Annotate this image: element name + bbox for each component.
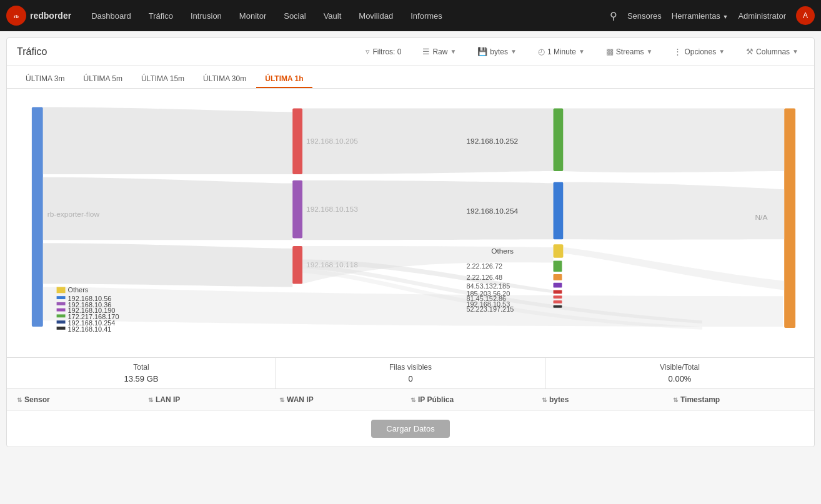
- svg-rect-11: [554, 108, 564, 171]
- svg-rect-31: [554, 305, 562, 308]
- nav-item-movilidad[interactable]: Movilidad: [351, 7, 401, 24]
- nav-item-trafico[interactable]: Tráfico: [141, 7, 181, 24]
- svg-rect-29: [554, 300, 562, 304]
- sort-icon-timestamp: ⇅: [673, 397, 678, 403]
- opciones-label: Opciones: [684, 47, 716, 56]
- nav-right: ⚲ Sensores Herramientas ▼ Administrator …: [610, 6, 815, 25]
- svg-rect-39: [57, 309, 66, 312]
- time-label: 1 Minute: [547, 47, 576, 56]
- summary-total: Total 13.59 GB: [7, 358, 276, 388]
- tab-1h[interactable]: ÚLTIMA 1h: [256, 71, 312, 88]
- sort-icon-lan-ip: ⇅: [148, 397, 153, 403]
- ratio-value: 0.00%: [550, 374, 809, 383]
- main-content: Tráfico ▿ Filtros: 0 ☰ Raw ▼ 💾 bytes ▼ ◴…: [0, 31, 821, 504]
- summary-visible: Filas visibles 0: [276, 358, 545, 388]
- avatar[interactable]: A: [796, 6, 815, 25]
- col-ip-publica[interactable]: ⇅ IP Pública: [410, 395, 542, 404]
- herramientas-button[interactable]: Herramientas ▼: [672, 11, 729, 21]
- tab-30m[interactable]: ÚLTIMA 30m: [194, 71, 255, 88]
- administrator-button[interactable]: Administrator: [738, 11, 786, 21]
- svg-rect-33: [57, 287, 66, 294]
- total-value: 13.59 GB: [12, 374, 271, 383]
- svg-rect-17: [784, 108, 795, 327]
- svg-rect-15: [554, 244, 564, 257]
- svg-text:192.168.10.252: 192.168.10.252: [466, 137, 518, 146]
- sort-icon-sensor: ⇅: [17, 397, 22, 403]
- time-toolbar-item[interactable]: ◴ 1 Minute ▼: [532, 44, 590, 59]
- filter-icon: ▿: [366, 47, 370, 56]
- streams-label: Streams: [616, 47, 644, 56]
- col-bytes[interactable]: ⇅ bytes: [542, 395, 673, 404]
- columnas-caret-icon: ▼: [792, 48, 799, 55]
- visible-value: 0: [281, 374, 540, 383]
- svg-rect-23: [554, 283, 562, 288]
- raw-caret-icon: ▼: [450, 48, 456, 55]
- svg-rect-7: [292, 180, 302, 239]
- svg-rect-21: [554, 274, 562, 280]
- load-data-button[interactable]: Cargar Datos: [371, 420, 449, 438]
- bytes-caret-icon: ▼: [510, 48, 517, 55]
- nav-item-intrusion[interactable]: Intrusion: [183, 7, 229, 24]
- svg-rect-25: [554, 290, 562, 294]
- streams-caret-icon: ▼: [647, 48, 653, 55]
- col-wan-ip[interactable]: ⇅ WAN IP: [279, 395, 410, 404]
- opciones-caret-icon: ▼: [719, 48, 725, 55]
- svg-rect-19: [554, 261, 562, 272]
- sankey-svg: rb-exporter-flow 192.168.10.205 192.168.…: [19, 95, 802, 351]
- columnas-label: Columnas: [756, 47, 790, 56]
- bytes-toolbar-item[interactable]: 💾 bytes ▼: [472, 44, 522, 59]
- sort-icon-ip-publica: ⇅: [410, 397, 415, 403]
- svg-rect-45: [57, 327, 66, 330]
- bytes-icon: 💾: [477, 47, 487, 56]
- columnas-toolbar-item[interactable]: ⚒ Columnas ▼: [740, 44, 804, 59]
- tab-3m[interactable]: ÚLTIMA 3m: [17, 71, 73, 88]
- bytes-label: bytes: [490, 47, 508, 56]
- search-icon[interactable]: ⚲: [610, 10, 617, 22]
- nav-item-social[interactable]: Social: [276, 7, 313, 24]
- svg-rect-43: [57, 320, 66, 324]
- svg-rect-13: [554, 182, 564, 240]
- nav-item-vault[interactable]: Vault: [316, 7, 349, 24]
- nav-item-monitor[interactable]: Monitor: [232, 7, 274, 24]
- brand[interactable]: rb redborder: [6, 6, 71, 26]
- navbar: rb redborder Dashboard Tráfico Intrusion…: [0, 0, 821, 31]
- clock-icon: ◴: [538, 47, 545, 56]
- load-btn-wrap: Cargar Datos: [7, 411, 814, 447]
- svg-text:Others: Others: [68, 286, 89, 294]
- filter-toolbar-item[interactable]: ▿ Filtros: 0: [360, 44, 407, 59]
- raw-icon: ☰: [422, 47, 430, 56]
- col-sensor[interactable]: ⇅ Sensor: [17, 395, 148, 404]
- svg-rect-3: [32, 107, 43, 327]
- brand-name: redborder: [30, 11, 71, 21]
- svg-text:rb: rb: [14, 14, 19, 19]
- ratio-label: Visible/Total: [550, 363, 809, 372]
- col-timestamp[interactable]: ⇅ Timestamp: [673, 395, 804, 404]
- panel-title: Tráfico: [17, 46, 350, 57]
- sensores-button[interactable]: Sensores: [627, 11, 662, 21]
- svg-rect-35: [57, 296, 66, 299]
- logo-icon: rb: [6, 6, 26, 26]
- raw-label: Raw: [432, 47, 447, 56]
- opciones-toolbar-item[interactable]: ⋮ Opciones ▼: [668, 44, 730, 59]
- svg-rect-37: [57, 302, 66, 305]
- time-caret-icon: ▼: [579, 48, 585, 55]
- nav-item-dashboard[interactable]: Dashboard: [84, 7, 139, 24]
- tab-5m[interactable]: ÚLTIMA 5m: [74, 71, 131, 88]
- svg-text:192.168.10.254: 192.168.10.254: [466, 207, 518, 215]
- panel-header: Tráfico ▿ Filtros: 0 ☰ Raw ▼ 💾 bytes ▼ ◴…: [7, 38, 814, 66]
- streams-toolbar-item[interactable]: ▩ Streams ▼: [600, 44, 659, 59]
- sort-icon-wan-ip: ⇅: [279, 397, 284, 403]
- col-lan-ip[interactable]: ⇅ LAN IP: [148, 395, 279, 404]
- nav-item-informes[interactable]: Informes: [403, 7, 450, 24]
- filter-label: Filtros: 0: [372, 47, 401, 56]
- svg-rect-5: [292, 108, 302, 174]
- svg-text:192.168.10.41: 192.168.10.41: [68, 325, 112, 333]
- svg-text:52.223.197.215: 52.223.197.215: [466, 305, 514, 313]
- visible-label: Filas visibles: [281, 363, 540, 372]
- svg-text:84.53.132.185: 84.53.132.185: [466, 283, 510, 290]
- svg-rect-9: [292, 246, 302, 284]
- tab-15m[interactable]: ÚLTIMA 15m: [132, 71, 193, 88]
- sankey-diagram: rb-exporter-flow 192.168.10.205 192.168.…: [7, 89, 814, 357]
- raw-toolbar-item[interactable]: ☰ Raw ▼: [417, 44, 462, 59]
- summary-table: Total 13.59 GB Filas visibles 0 Visible/…: [7, 357, 814, 389]
